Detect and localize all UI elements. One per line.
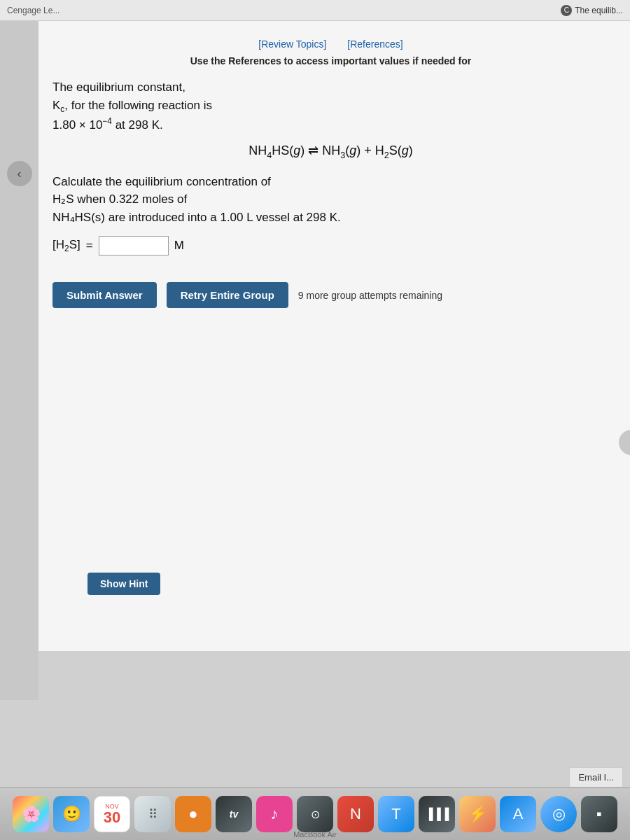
dock-settings[interactable]: T	[378, 796, 414, 832]
macbook-label: MacBook Air	[293, 830, 337, 839]
show-hint-button[interactable]: Show Hint	[88, 573, 160, 595]
use-references-text: Use the References to access important v…	[52, 55, 609, 66]
problem-section: The equilibrium constant, Kc, for the fo…	[52, 75, 609, 282]
dock-activity[interactable]: ⚡	[459, 796, 496, 832]
button-row: Submit Answer Retry Entire Group 9 more …	[52, 282, 609, 308]
settings-icon: T	[391, 805, 400, 823]
dock-photos[interactable]: 🌸	[13, 796, 49, 832]
dock-calendar[interactable]: NOV 30	[94, 796, 130, 832]
equals-sign: =	[86, 239, 93, 253]
problem-line1: The equilibrium constant,	[52, 80, 186, 94]
dock-music[interactable]: ♪	[256, 796, 293, 832]
dock-orange-app[interactable]: ●	[175, 796, 211, 832]
back-arrow-icon: ‹	[18, 167, 22, 181]
dock-folder[interactable]: ▪	[581, 796, 617, 832]
calc-line3: NH₄HS(s) are introduced into a 1.00 L ve…	[52, 211, 341, 224]
equilib-text: The equilib...	[575, 6, 623, 15]
answer-label: [H2S]	[52, 238, 80, 253]
email-button[interactable]: Email I...	[569, 767, 623, 788]
browser-top-bar: Cengage Le... C The equilib...	[0, 0, 630, 21]
unit-label: M	[174, 239, 184, 253]
launchpad-icon: ⠿	[148, 806, 158, 822]
calc-line2: H₂S when 0.322 moles of	[52, 192, 187, 206]
problem-kc-label: Kc, for the following reaction is	[52, 99, 212, 112]
dock-wifi[interactable]: ⊙	[297, 796, 333, 832]
retry-entire-group-button[interactable]: Retry Entire Group	[167, 282, 288, 308]
orange-app-icon: ●	[188, 805, 197, 823]
references-link[interactable]: [References]	[347, 38, 402, 50]
dock-launchpad[interactable]: ⠿	[134, 796, 171, 832]
answer-input[interactable]	[99, 236, 169, 255]
text-icon: A	[513, 805, 524, 823]
review-topics-link[interactable]: [Review Topics]	[258, 38, 326, 50]
safari-icon: ◎	[552, 805, 566, 823]
left-sidebar: ‹	[0, 21, 38, 700]
photos-icon: 🌸	[22, 805, 41, 823]
activity-icon: ⚡	[468, 805, 487, 823]
problem-text-block: The equilibrium constant, Kc, for the fo…	[52, 78, 609, 134]
music-icon: ♪	[271, 805, 279, 823]
answer-row: [H2S] = M	[52, 236, 609, 255]
finder-icon: 🙂	[62, 805, 81, 823]
email-button-area: Email I...	[569, 767, 623, 788]
dock-text[interactable]: A	[500, 796, 536, 832]
show-hint-area: Show Hint	[88, 573, 160, 595]
news-icon: N	[350, 805, 361, 823]
back-button[interactable]: ‹	[7, 161, 32, 186]
reaction-equation: NH4HS(g) ⇌ NH3(g) + H2S(g)	[52, 143, 609, 160]
top-links-row: [Review Topics] [References]	[52, 31, 609, 55]
dock-finder[interactable]: 🙂	[53, 796, 90, 832]
right-arrow-button[interactable]: ›	[619, 430, 630, 455]
main-content: [Review Topics] [References] Use the Ref…	[38, 21, 630, 651]
dock-signal[interactable]: ▐▐▐	[419, 796, 455, 832]
calc-line1: Calculate the equilibrium concentration …	[52, 175, 271, 188]
tv-icon: tv	[230, 808, 238, 820]
wifi-icon: ⊙	[311, 808, 320, 821]
calendar-date: 30	[104, 810, 120, 825]
problem-kc-value: 1.80 × 10−4 at 298 K.	[52, 118, 163, 132]
c-icon: C	[561, 5, 572, 16]
cengage-title: Cengage Le...	[7, 6, 59, 15]
folder-icon: ▪	[596, 805, 602, 823]
exponent: −4	[102, 117, 112, 127]
submit-answer-button[interactable]: Submit Answer	[52, 282, 157, 308]
signal-icon: ▐▐▐	[425, 808, 449, 820]
browser-right: C The equilib...	[561, 5, 623, 16]
attempts-remaining-text: 9 more group attempts remaining	[298, 290, 442, 301]
dock-tv[interactable]: tv	[216, 796, 252, 832]
calculate-text-block: Calculate the equilibrium concentration …	[52, 173, 609, 227]
dock-safari[interactable]: ◎	[540, 796, 577, 832]
dock-news[interactable]: N	[337, 796, 374, 832]
